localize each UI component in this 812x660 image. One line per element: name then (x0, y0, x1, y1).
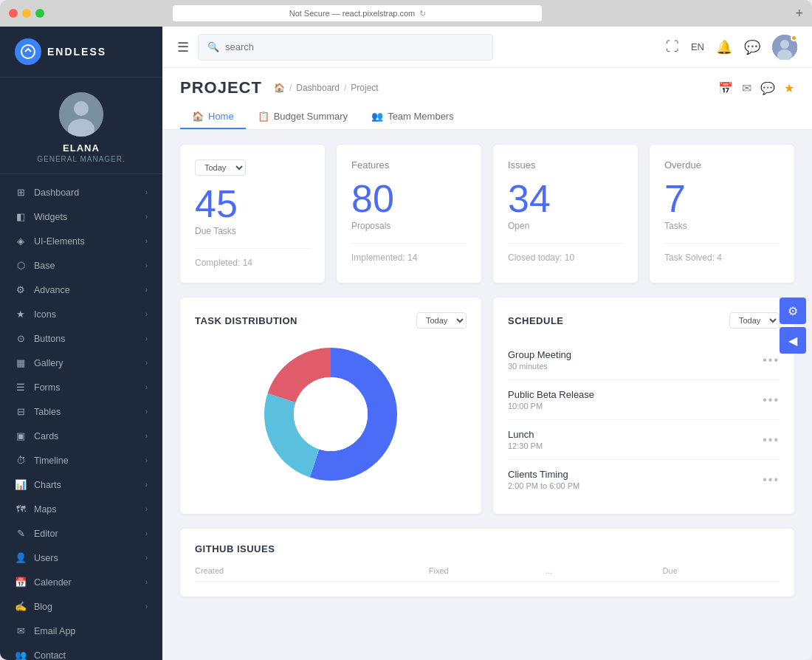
schedule-list: Group Meeting 30 minutes ••• Public Beta… (508, 340, 780, 499)
maximize-dot[interactable] (35, 9, 44, 18)
menu-icon[interactable]: ☰ (177, 39, 189, 55)
sidebar-item-tables[interactable]: ⊟ Tables › (0, 399, 162, 424)
sidebar-logo: ENDLESS (0, 27, 162, 78)
search-bar[interactable]: 🔍 (198, 34, 493, 61)
schedule-panel: SCHEDULE Today Week Group Meeting (493, 298, 794, 514)
nav-icon: ⏱ (15, 455, 27, 466)
svg-point-2 (74, 101, 89, 116)
nav-icon: ◧ (15, 211, 27, 222)
nav-item-left: 👤 Users (15, 552, 58, 563)
reload-icon[interactable]: ↻ (419, 9, 426, 18)
chat-icon[interactable]: 💬 (760, 81, 775, 95)
breadcrumb-home-icon: 🏠 (274, 83, 285, 93)
mail-icon[interactable]: ✉ (742, 81, 751, 95)
sidebar-item-calender[interactable]: 📅 Calender › (0, 570, 162, 594)
sidebar-item-blog[interactable]: ✍ Blog › (0, 594, 162, 619)
sidebar-item-email-app[interactable]: ✉ Email App (0, 619, 162, 643)
schedule-item-4-title: Clients Timing (508, 469, 579, 480)
gear-fab-button[interactable]: ⚙ (780, 298, 806, 324)
arrow-fab-button[interactable]: ◀ (780, 327, 806, 354)
nav-item-left: ✎ Editor (15, 528, 58, 539)
nav-chevron-icon: › (145, 505, 148, 513)
sidebar-item-advance[interactable]: ⚙ Advance › (0, 278, 162, 302)
message-icon[interactable]: 💬 (744, 39, 760, 55)
notification-icon[interactable]: 🔔 (716, 39, 732, 55)
fullscreen-icon[interactable]: ⛶ (666, 39, 679, 55)
tab-budget-icon: 📋 (258, 111, 269, 122)
nav-label: Widgets (34, 212, 67, 222)
nav-item-left: ⊞ Dashboard (15, 187, 79, 198)
nav-item-left: ▣ Cards (15, 430, 58, 441)
sidebar-item-buttons[interactable]: ⊙ Buttons › (0, 326, 162, 351)
donut-chart (195, 340, 467, 488)
sidebar-item-charts[interactable]: 📊 Charts › (0, 472, 162, 497)
sidebar-item-ui-elements[interactable]: ◈ UI-Elements › (0, 229, 162, 253)
sidebar-item-contact[interactable]: 👥 Contact (0, 643, 162, 660)
nav-item-left: ◧ Widgets (15, 211, 67, 222)
sidebar-item-base[interactable]: ⬡ Base › (0, 253, 162, 278)
schedule-item-4-time: 2:00 PM to 6:00 PM (508, 481, 579, 490)
sidebar-item-users[interactable]: 👤 Users › (0, 546, 162, 570)
nav-icon: ☰ (15, 382, 27, 393)
task-distribution-dropdown[interactable]: Today Week (416, 312, 467, 329)
stats-row: Today Week Month 45 Due Tasks Completed:… (180, 145, 794, 283)
star-icon[interactable]: ★ (784, 81, 794, 95)
nav-item-left: ⊟ Tables (15, 406, 61, 417)
nav-item-left: ☰ Forms (15, 382, 60, 393)
nav-item-left: ⏱ Timeline (15, 455, 69, 466)
nav-icon: ⬡ (15, 260, 27, 271)
nav-label: Gallery (34, 358, 63, 368)
schedule-item-1-menu[interactable]: ••• (763, 354, 780, 367)
github-col-dots: ... (546, 566, 662, 575)
breadcrumb-dashboard[interactable]: Dashboard (296, 83, 340, 93)
main-content: ☰ 🔍 ⛶ EN 🔔 💬 (162, 27, 812, 660)
calendar-icon[interactable]: 📅 (718, 81, 733, 95)
page-header-top: PROJECT 🏠 / Dashboard / Project 📅 ✉ 💬 (180, 78, 794, 97)
sidebar-item-gallery[interactable]: ▦ Gallery › (0, 351, 162, 375)
close-dot[interactable] (9, 9, 18, 18)
nav-icon: ◈ (15, 236, 27, 247)
stat-card-features-header: Features (351, 159, 467, 171)
new-tab-button[interactable]: + (795, 6, 803, 21)
sidebar-item-editor[interactable]: ✎ Editor › (0, 521, 162, 546)
github-col-due: Due (663, 566, 780, 575)
sidebar-item-timeline[interactable]: ⏱ Timeline › (0, 448, 162, 472)
stat-dropdown-today[interactable]: Today Week Month (195, 159, 246, 176)
tab-home[interactable]: 🏠 Home (180, 105, 246, 129)
sidebar-item-cards[interactable]: ▣ Cards › (0, 424, 162, 448)
search-input[interactable] (225, 41, 484, 52)
content-area: Today Week Month 45 Due Tasks Completed:… (162, 130, 812, 660)
nav-chevron-icon: › (145, 334, 148, 343)
nav-chevron-icon: › (145, 554, 148, 562)
nav-item-left: 📅 Calender (15, 577, 72, 588)
sidebar-item-icons[interactable]: ★ Icons › (0, 302, 162, 326)
nav-label: Email App (34, 626, 75, 636)
stat-number-due: 45 (195, 185, 310, 223)
nav-label: Forms (34, 382, 60, 393)
nav-chevron-icon: › (145, 359, 148, 367)
sidebar-item-widgets[interactable]: ◧ Widgets › (0, 204, 162, 229)
nav-item-left: ★ Icons (15, 309, 56, 320)
user-avatar[interactable] (772, 35, 797, 60)
stat-footer-overdue: Task Solved: 4 (664, 243, 780, 263)
svg-point-5 (780, 40, 789, 49)
sidebar-item-maps[interactable]: 🗺 Maps › (0, 497, 162, 521)
nav-label: Blog (34, 602, 52, 612)
schedule-item-2-menu[interactable]: ••• (763, 393, 780, 407)
sidebar-item-forms[interactable]: ☰ Forms › (0, 375, 162, 399)
tab-budget-label: Budget Summary (274, 111, 348, 122)
language-selector[interactable]: EN (691, 41, 704, 52)
topbar-right: ⛶ EN 🔔 💬 (666, 35, 797, 60)
schedule-item-3-menu[interactable]: ••• (763, 433, 780, 447)
sidebar-item-dashboard[interactable]: ⊞ Dashboard › (0, 180, 162, 204)
tab-team-members[interactable]: 👥 Team Members (359, 105, 466, 129)
nav-label: Buttons (34, 334, 65, 344)
github-table-header: Created Fixed ... Due (195, 566, 780, 582)
stat-card-header: Today Week Month (195, 159, 310, 176)
minimize-dot[interactable] (22, 9, 31, 18)
tab-budget-summary[interactable]: 📋 Budget Summary (246, 105, 359, 129)
stat-number-features: 80 (351, 179, 467, 218)
address-bar[interactable]: Not Secure — react.pixelstrap.com ↻ (173, 5, 542, 21)
schedule-item-4-menu[interactable]: ••• (763, 473, 780, 487)
schedule-dropdown[interactable]: Today Week (729, 312, 780, 329)
